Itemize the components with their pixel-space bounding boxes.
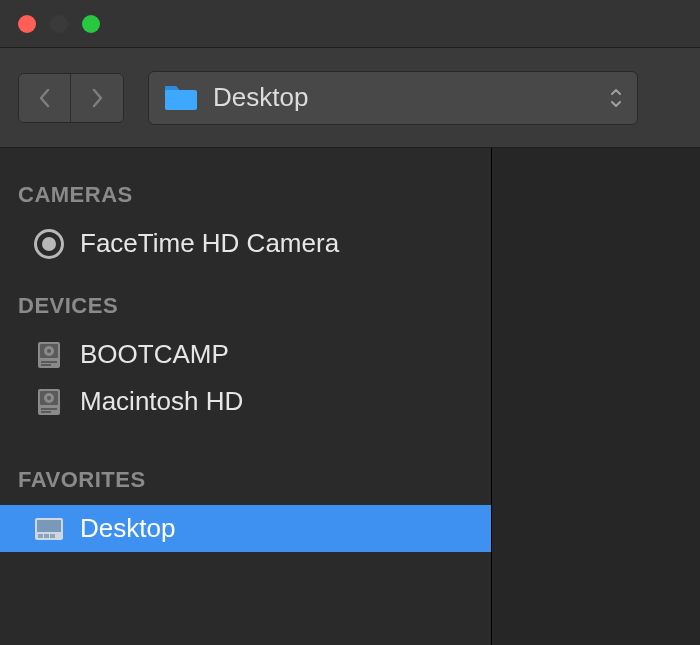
forward-button[interactable] — [71, 74, 123, 122]
maximize-window-button[interactable] — [82, 15, 100, 33]
back-button[interactable] — [19, 74, 71, 122]
main-area: CAMERAS FaceTime HD Camera DEVICES BOOTC… — [0, 148, 700, 645]
dropdown-indicator — [609, 87, 623, 109]
folder-icon — [163, 84, 199, 112]
svg-rect-13 — [37, 520, 61, 532]
sidebar-item-label: Desktop — [80, 513, 175, 544]
svg-rect-11 — [41, 411, 51, 413]
svg-rect-5 — [41, 364, 51, 366]
sidebar-item-macintosh-hd[interactable]: Macintosh HD — [0, 378, 491, 425]
sidebar-item-desktop[interactable]: Desktop — [0, 505, 491, 552]
sidebar-item-label: FaceTime HD Camera — [80, 228, 339, 259]
svg-rect-10 — [41, 408, 57, 410]
svg-rect-4 — [41, 361, 57, 363]
toolbar: Desktop — [0, 48, 700, 148]
svg-rect-14 — [38, 534, 43, 538]
section-header-favorites: FAVORITES — [0, 459, 491, 505]
chevron-left-icon — [37, 87, 53, 109]
svg-point-9 — [47, 396, 51, 400]
minimize-window-button[interactable] — [50, 15, 68, 33]
location-dropdown[interactable]: Desktop — [148, 71, 638, 125]
svg-point-3 — [47, 349, 51, 353]
chevron-up-icon — [609, 87, 623, 97]
sidebar-item-label: BOOTCAMP — [80, 339, 229, 370]
camera-icon — [34, 229, 64, 259]
location-label: Desktop — [213, 82, 595, 113]
sidebar-item-facetime-camera[interactable]: FaceTime HD Camera — [0, 220, 491, 267]
drive-icon — [34, 387, 64, 417]
drive-icon — [34, 340, 64, 370]
nav-button-group — [18, 73, 124, 123]
svg-rect-16 — [50, 534, 55, 538]
content-area — [492, 148, 700, 645]
titlebar — [0, 0, 700, 48]
sidebar-item-label: Macintosh HD — [80, 386, 243, 417]
desktop-icon — [34, 514, 64, 544]
close-window-button[interactable] — [18, 15, 36, 33]
section-header-cameras: CAMERAS — [0, 174, 491, 220]
section-header-devices: DEVICES — [0, 285, 491, 331]
chevron-down-icon — [609, 99, 623, 109]
sidebar: CAMERAS FaceTime HD Camera DEVICES BOOTC… — [0, 148, 492, 645]
svg-rect-15 — [44, 534, 49, 538]
sidebar-item-bootcamp[interactable]: BOOTCAMP — [0, 331, 491, 378]
chevron-right-icon — [89, 87, 105, 109]
